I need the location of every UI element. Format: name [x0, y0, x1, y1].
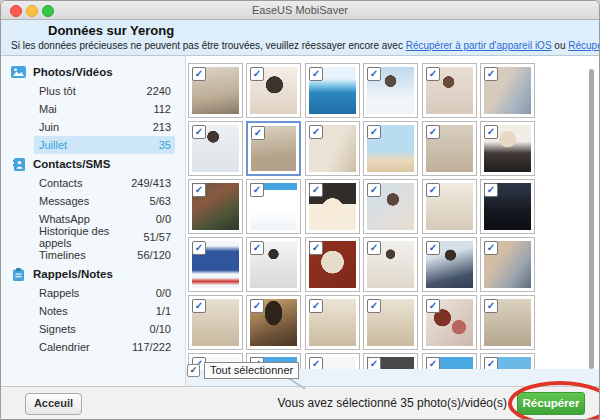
select-all-checkbox[interactable]: ✓	[187, 364, 200, 377]
photo-thumb-woman-street-car[interactable]: ✓	[480, 237, 535, 292]
thumb-checkbox[interactable]: ✓	[250, 241, 264, 255]
photo-thumb-doc-table[interactable]: ✓	[188, 295, 243, 350]
title-bar: EaseUS MobiSaver	[1, 1, 599, 20]
thumb-checkbox[interactable]: ✓	[367, 357, 381, 369]
app-window: EaseUS MobiSaver Données sur Yerong Si l…	[0, 0, 600, 420]
thumb-checkbox[interactable]: ✓	[309, 67, 323, 81]
thumb-checkbox[interactable]: ✓	[426, 67, 440, 81]
photo-thumb-partial-6[interactable]: ✓	[480, 353, 535, 369]
sidebar-item-calendrier[interactable]: Calendrier117/222	[34, 338, 175, 356]
thumb-checkbox[interactable]: ✓	[367, 125, 381, 139]
photo-thumb-woman-event-beige[interactable]: ✓	[422, 63, 477, 118]
select-all-control[interactable]: ✓ Tout sélectionner	[187, 362, 299, 379]
photo-thumb-doc-text[interactable]: ✓	[480, 295, 535, 350]
sidebar-item-historique-des-appels[interactable]: Historique des appels51/57	[34, 228, 175, 246]
sidebar-item-rappels[interactable]: Rappels0/0	[34, 284, 175, 302]
photo-thumb-woman-event-bw[interactable]: ✓	[246, 237, 301, 292]
sidebar-item-label: Juin	[39, 121, 59, 133]
photo-thumb-blonde-woman-black[interactable]: ✓	[480, 121, 535, 176]
photo-thumb-doc-list-2[interactable]: ✓	[363, 295, 418, 350]
thumb-checkbox[interactable]: ✓	[426, 299, 440, 313]
sidebar-item-label: Notes	[39, 305, 68, 317]
thumb-checkbox[interactable]: ✓	[484, 241, 498, 255]
photo-thumb-partial-4[interactable]: ✓	[363, 353, 418, 369]
thumb-checkbox[interactable]: ✓	[192, 241, 206, 255]
photo-thumb-woman-navy[interactable]: ✓	[422, 237, 477, 292]
thumb-checkbox[interactable]: ✓	[426, 241, 440, 255]
photo-thumb-doc-sketch-2[interactable]: ✓	[422, 179, 477, 234]
photo-thumb-woman-short-hair[interactable]: ✓	[246, 63, 301, 118]
sidebar-item-plus-tot[interactable]: Plus tôt2240	[34, 82, 175, 100]
sidebar-item-label: Contacts	[39, 177, 82, 189]
thumb-checkbox[interactable]: ✓	[367, 183, 381, 197]
thumb-checkbox[interactable]: ✓	[426, 183, 440, 197]
thumb-checkbox[interactable]: ✓	[192, 125, 206, 139]
sidebar-item-notes[interactable]: Notes1/1	[34, 302, 175, 320]
footer-bar: Acceuil Vous avez sélectionné 35 photo(s…	[1, 386, 599, 420]
thumb-checkbox[interactable]: ✓	[250, 67, 264, 81]
thumb-checkbox[interactable]: ✓	[484, 357, 498, 369]
vertical-scrollbar[interactable]	[589, 69, 594, 369]
thumb-checkbox[interactable]: ✓	[484, 183, 498, 197]
thumb-checkbox[interactable]: ✓	[367, 299, 381, 313]
sidebar-item-juillet[interactable]: Juillet35	[34, 136, 175, 154]
thumb-checkbox[interactable]: ✓	[250, 183, 264, 197]
thumb-checkbox[interactable]: ✓	[309, 125, 323, 139]
sidebar-item-count: 0/0	[156, 287, 171, 299]
photo-thumb-food-plates[interactable]: ✓	[422, 295, 477, 350]
photo-thumb-phone-app-screen[interactable]: ✓	[246, 179, 301, 234]
thumb-checkbox[interactable]: ✓	[426, 125, 440, 139]
photo-thumb-woman-beige-outfit[interactable]: ✓	[363, 237, 418, 292]
sidebar-item-signets[interactable]: Signets0/10	[34, 320, 175, 338]
sidebar-item-messages[interactable]: Messages5/63	[34, 192, 175, 210]
notes-icon	[11, 267, 26, 281]
thumb-checkbox[interactable]: ✓	[484, 125, 498, 139]
photo-thumb-cartoon-girl[interactable]: ✓	[305, 179, 360, 234]
sidebar-item-contacts[interactable]: Contacts249/413	[34, 174, 175, 192]
photo-thumb-partial-5[interactable]: ✓	[422, 353, 477, 369]
thumb-checkbox[interactable]: ✓	[192, 183, 206, 197]
photo-thumb-girls-beach-jump[interactable]: ✓	[363, 121, 418, 176]
sidebar-item-count: 5/63	[150, 195, 171, 207]
recover-from-ios-link[interactable]: Récupérer à partir d'appareil iOS	[406, 40, 552, 51]
sidebar-item-label: Rappels	[39, 287, 79, 299]
thumb-checkbox[interactable]: ✓	[367, 67, 381, 81]
thumb-checkbox[interactable]: ✓	[251, 126, 265, 140]
sidebar-item-label: WhatsApp	[39, 213, 90, 225]
thumb-checkbox[interactable]: ✓	[484, 299, 498, 313]
thumb-checkbox[interactable]: ✓	[192, 299, 206, 313]
thumb-checkbox[interactable]: ✓	[309, 241, 323, 255]
photo-thumb-phone-home-screen[interactable]: ✓	[188, 179, 243, 234]
photo-thumb-llama-poster[interactable]: ✓	[305, 237, 360, 292]
photo-thumb-woman-peace-sign[interactable]: ✓	[363, 179, 418, 234]
sidebar-item-mai[interactable]: Mai112	[34, 100, 175, 118]
photo-thumb-woman-white-top[interactable]: ✓	[363, 63, 418, 118]
photo-thumb-woman-white-dress[interactable]: ✓	[188, 121, 243, 176]
recover-from-icloud-link[interactable]: Récupérer à partir iCloud	[568, 40, 600, 51]
photo-thumb-doc-receipt[interactable]: ✓	[422, 121, 477, 176]
thumb-checkbox[interactable]: ✓	[250, 299, 264, 313]
thumb-checkbox[interactable]: ✓	[309, 299, 323, 313]
photo-thumb-seascape-plane[interactable]: ✓	[305, 63, 360, 118]
photo-thumb-doc-handwritten[interactable]: ✓	[188, 63, 243, 118]
photo-thumb-phone-dark-screen[interactable]: ✓	[480, 179, 535, 234]
thumb-checkbox[interactable]: ✓	[309, 357, 323, 369]
photo-thumb-woman-in-crowd[interactable]: ✓	[480, 63, 535, 118]
window-title: EaseUS MobiSaver	[1, 4, 599, 16]
photo-thumb-doc-page[interactable]: ✓	[305, 121, 360, 176]
photo-thumb-doc-sketch[interactable]: ✓	[246, 121, 301, 176]
thumb-checkbox[interactable]: ✓	[192, 67, 206, 81]
thumb-checkbox[interactable]: ✓	[426, 357, 440, 369]
photo-thumb-euro2016-logo[interactable]: ✓	[188, 237, 243, 292]
home-button[interactable]: Acceuil	[25, 393, 82, 415]
sidebar-item-juin[interactable]: Juin213	[34, 118, 175, 136]
photo-thumb-doc-list[interactable]: ✓	[305, 295, 360, 350]
sidebar: Photos/VidéosPlus tôt2240Mai112Juin213Ju…	[1, 56, 186, 386]
recover-button[interactable]: Récupérer	[517, 392, 585, 415]
thumb-checkbox[interactable]: ✓	[484, 67, 498, 81]
thumb-checkbox[interactable]: ✓	[367, 241, 381, 255]
photo-thumb-partial-3[interactable]: ✓	[305, 353, 360, 369]
thumb-checkbox[interactable]: ✓	[309, 183, 323, 197]
sidebar-item-label: Plus tôt	[39, 85, 76, 97]
photo-thumb-woman-black-hat[interactable]: ✓	[246, 295, 301, 350]
